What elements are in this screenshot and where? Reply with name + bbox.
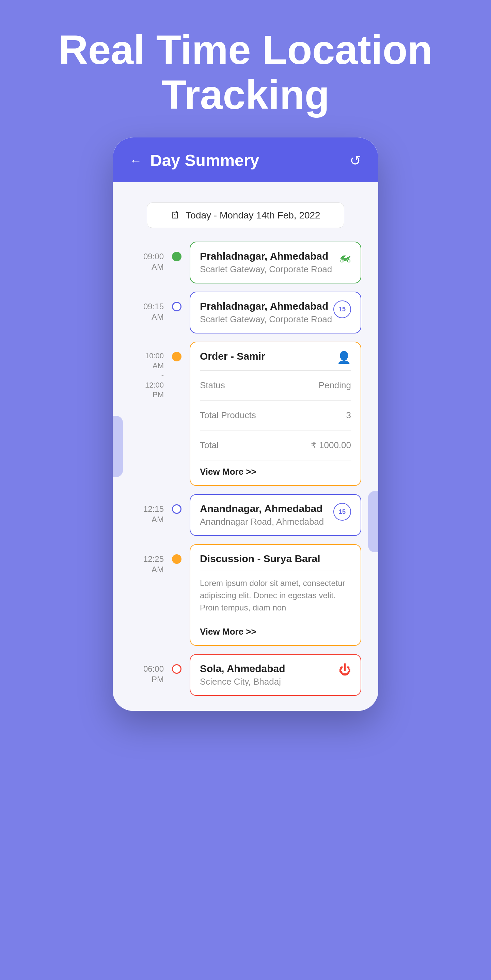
- card-content: Prahladnagar, Ahmedabad Scarlet Gateway,…: [200, 250, 332, 275]
- divider: [200, 400, 351, 401]
- card-title: Sola, Ahmedabad: [200, 663, 285, 675]
- card-subtitle: Science City, Bhadaj: [200, 676, 285, 687]
- time-label: 09:15AM: [130, 292, 164, 322]
- left-accent: [113, 416, 123, 477]
- divider: [200, 571, 351, 571]
- timeline-row: 10:00AM-12:00PM Order - Samir 👤 Status P…: [130, 342, 361, 486]
- motorcycle-icon: 🏍: [339, 250, 351, 265]
- date-bar-wrapper: 🗓 Today - Monday 14th Feb, 2022: [113, 182, 378, 235]
- card-header: Order - Samir 👤: [200, 350, 351, 364]
- timer-number: 15: [339, 508, 346, 515]
- time-label: 10:00AM-12:00PM: [130, 342, 164, 400]
- divider: [200, 620, 351, 620]
- view-more-button[interactable]: View More >>: [200, 466, 351, 477]
- timer-number: 15: [339, 306, 346, 313]
- card-header: Discussion - Surya Baral: [200, 553, 351, 565]
- phone-wrapper: ← Day Summery ↺ 🗓 Today - Monday 14th Fe…: [113, 137, 378, 711]
- card-header: Prahladnagar, Ahmedabad Scarlet Gateway,…: [200, 301, 351, 325]
- dot-green: [172, 252, 182, 261]
- dot-blue: [172, 504, 182, 514]
- dot-col: [172, 342, 182, 361]
- card-subtitle: Anandnagar Road, Ahmedabad: [200, 517, 324, 527]
- phone-header: ← Day Summery ↺: [113, 137, 378, 182]
- back-arrow-icon[interactable]: ←: [130, 153, 142, 168]
- timeline-row: 12:15AM Anandnagar, Ahmedabad Anandnagar…: [130, 494, 361, 536]
- card-title: Discussion - Surya Baral: [200, 553, 320, 565]
- dot-col: [172, 494, 182, 514]
- timeline-row: 06:00PM Sola, Ahmedabad Science City, Bh…: [130, 654, 361, 696]
- card-header: Sola, Ahmedabad Science City, Bhadaj ⏻: [200, 663, 351, 687]
- refresh-icon[interactable]: ↺: [350, 153, 361, 169]
- location-card-3[interactable]: Anandnagar, Ahmedabad Anandnagar Road, A…: [190, 494, 361, 536]
- timer-badge: 15: [333, 503, 351, 520]
- card-subtitle: Scarlet Gateway, Corporate Road: [200, 264, 332, 275]
- timeline-row: 12:25AM Discussion - Surya Baral Lorem i…: [130, 544, 361, 646]
- card-title: Prahladnagar, Ahmedabad: [200, 301, 332, 312]
- card-content: Prahladnagar, Ahmedabad Scarlet Gateway,…: [200, 301, 332, 325]
- phone-body: 🗓 Today - Monday 14th Feb, 2022 09:00AM …: [113, 182, 378, 711]
- card-title: Prahladnagar, Ahmedabad: [200, 250, 332, 262]
- timer-badge: 15: [333, 301, 351, 318]
- person-icon: 👤: [337, 350, 351, 364]
- page-title: Day Summery: [150, 151, 259, 170]
- location-card-4[interactable]: Sola, Ahmedabad Science City, Bhadaj ⏻: [190, 654, 361, 696]
- dot-col: [172, 654, 182, 674]
- dot-col: [172, 292, 182, 311]
- timeline-row: 09:00AM Prahladnagar, Ahmedabad Scarlet …: [130, 242, 361, 283]
- dot-col: [172, 544, 182, 564]
- phone-header-left: ← Day Summery: [130, 151, 259, 170]
- card-header: Prahladnagar, Ahmedabad Scarlet Gateway,…: [200, 250, 351, 275]
- power-icon: ⏻: [339, 663, 351, 677]
- hero-title: Real Time Location Tracking: [0, 0, 491, 137]
- right-accent: [368, 491, 378, 552]
- card-title: Anandnagar, Ahmedabad: [200, 503, 324, 514]
- time-label: 06:00PM: [130, 654, 164, 685]
- dot-col: [172, 242, 182, 261]
- date-text: Today - Monday 14th Feb, 2022: [186, 210, 320, 221]
- dot-orange: [172, 352, 182, 361]
- card-description: Lorem ipsum dolor sit amet, consectetur …: [200, 577, 351, 614]
- time-label: 12:15AM: [130, 494, 164, 525]
- card-subtitle: Scarlet Gateway, Corporate Road: [200, 314, 332, 325]
- order-card-samir[interactable]: Order - Samir 👤 Status Pending Total Pro…: [190, 342, 361, 486]
- dot-orange: [172, 554, 182, 564]
- timeline-row: 09:15AM Prahladnagar, Ahmedabad Scarlet …: [130, 292, 361, 334]
- status-row: Status Pending: [200, 377, 351, 394]
- card-header: Anandnagar, Ahmedabad Anandnagar Road, A…: [200, 503, 351, 527]
- view-more-button[interactable]: View More >>: [200, 627, 351, 637]
- card-title: Order - Samir: [200, 350, 265, 362]
- total-label: Total: [200, 440, 218, 450]
- status-value: Pending: [319, 380, 351, 391]
- dot-blue: [172, 302, 182, 311]
- products-label: Total Products: [200, 410, 256, 421]
- total-value: ₹ 1000.00: [311, 440, 351, 450]
- dot-red: [172, 664, 182, 674]
- calendar-icon: 🗓: [171, 210, 180, 221]
- total-row: Total ₹ 1000.00: [200, 437, 351, 454]
- card-content: Sola, Ahmedabad Science City, Bhadaj: [200, 663, 285, 687]
- time-label: 09:00AM: [130, 242, 164, 272]
- products-row: Total Products 3: [200, 407, 351, 424]
- card-content: Anandnagar, Ahmedabad Anandnagar Road, A…: [200, 503, 324, 527]
- phone-container: ← Day Summery ↺ 🗓 Today - Monday 14th Fe…: [113, 137, 378, 711]
- status-label: Status: [200, 380, 225, 391]
- time-label: 12:25AM: [130, 544, 164, 575]
- divider: [200, 370, 351, 371]
- discussion-card[interactable]: Discussion - Surya Baral Lorem ipsum dol…: [190, 544, 361, 646]
- divider: [200, 460, 351, 460]
- products-value: 3: [346, 410, 351, 421]
- date-bar: 🗓 Today - Monday 14th Feb, 2022: [147, 202, 344, 228]
- location-card-2[interactable]: Prahladnagar, Ahmedabad Scarlet Gateway,…: [190, 292, 361, 334]
- location-card-1[interactable]: Prahladnagar, Ahmedabad Scarlet Gateway,…: [190, 242, 361, 283]
- timeline: 09:00AM Prahladnagar, Ahmedabad Scarlet …: [113, 235, 378, 711]
